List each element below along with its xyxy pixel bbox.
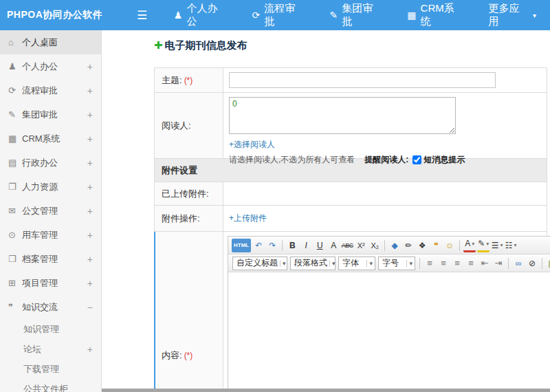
expand-icon[interactable]: + [87,206,93,217]
sidebar-sub-label: 知识管理 [23,323,59,336]
readers-textarea[interactable]: 0 [229,97,456,134]
expand-icon[interactable]: + [87,61,93,72]
sidebar-item-project-mgmt[interactable]: ⊞ 项目管理 + [0,271,101,295]
collapse-icon[interactable]: − [87,302,93,313]
paragraph-format-dropdown[interactable]: 段落格式 ▾ [290,257,336,270]
sidebar-sub-public-cabinet[interactable]: 公共文件柜 [0,379,101,392]
page-title: ✚ 电子期刊信息发布 [154,39,547,52]
nav-label: 个人办公 [186,2,224,28]
blockquote-button[interactable]: ❝ [430,239,442,252]
sidebar-sub-knowledge-mgmt[interactable]: 知识管理 [0,319,101,339]
sidebar-item-archive-mgmt[interactable]: ❒ 档案管理 + [0,247,101,271]
people-icon: ❐ [8,182,22,192]
select-readers-link[interactable]: +选择阅读人 [229,139,275,151]
sidebar-item-vehicle-mgmt[interactable]: ⊙ 用车管理 + [0,223,101,247]
indent-button[interactable]: ⇥ [492,257,505,270]
person-icon: ♟ [174,10,183,21]
chevron-down-icon: ▾ [280,260,286,267]
font-color-button[interactable]: A [463,239,476,252]
sidebar-item-knowledge-exchange[interactable]: ❞ 知识交流 − [0,295,101,319]
document-icon: ✉ [8,206,22,216]
align-left-button[interactable]: ≡ [424,257,436,270]
sidebar-sub-forum[interactable]: 论坛 + [0,339,101,359]
nav-group-approval[interactable]: ✎ 集团审批 [316,0,393,30]
expand-icon[interactable]: + [87,182,93,193]
nav-personal-office[interactable]: ♟ 个人办公 [160,0,239,30]
sidebar-item-hr[interactable]: ❐ 人力资源 + [0,175,101,199]
highlight-color-button[interactable]: ✎ [477,239,490,252]
sms-checkbox[interactable] [412,155,421,164]
subject-input[interactable] [229,72,496,88]
sidebar-item-crm[interactable]: ▦ CRM系统 + [0,127,101,151]
sidebar-item-label: 个人桌面 [22,36,58,49]
sidebar-item-label: 档案管理 [22,253,58,265]
undo-button[interactable]: ↶ [252,239,265,252]
bold-button[interactable]: B [286,239,298,252]
sidebar-item-document-mgmt[interactable]: ✉ 公文管理 + [0,199,101,223]
unlink-button[interactable]: ⊘ [526,257,538,270]
sidebar-item-admin-office[interactable]: ▤ 行政办公 + [0,151,101,175]
sidebar-sub-label: 公共文件柜 [23,383,68,392]
strikethrough-button[interactable]: ABC [341,239,353,252]
nav-workflow-approval[interactable]: ⟳ 流程审批 [239,0,316,30]
expand-icon[interactable]: + [87,157,93,168]
expand-icon[interactable]: + [87,254,93,265]
expand-icon[interactable]: + [87,344,93,355]
toolbar-separator [384,240,385,251]
emoticon-button[interactable]: ☺ [443,239,456,252]
sidebar-item-desktop[interactable]: ⌂ 个人桌面 [0,30,101,54]
sidebar-item-label: 集团审批 [22,109,58,121]
custom-heading-dropdown[interactable]: 自定义标题 ▾ [232,257,287,270]
sidebar-item-workflow-approval[interactable]: ⟳ 流程审批 + [0,78,101,102]
font-family-dropdown[interactable]: 字体 ▾ [338,257,375,270]
expand-icon[interactable]: + [87,133,93,144]
expand-icon[interactable]: + [87,109,93,120]
nav-more-apps[interactable]: 更多应用 ▾ [475,0,550,30]
toolbar-separator [282,240,283,251]
hamburger-menu-icon[interactable]: ☰ [131,8,153,23]
sidebar-sub-download-mgmt[interactable]: 下载管理 [0,359,101,379]
redo-button[interactable]: ↷ [266,239,278,252]
person-icon: ♟ [8,61,22,72]
format-painter-button[interactable]: ❖ [416,239,428,252]
expand-icon[interactable]: + [87,85,93,96]
nav-crm[interactable]: ▦ CRM系统 [393,0,474,30]
subscript-button[interactable]: X₂ [368,239,381,252]
numbered-list-button[interactable]: ☷ [505,239,517,252]
expand-icon[interactable]: + [87,230,93,241]
html-source-button[interactable]: HTML [232,239,251,252]
italic-button[interactable]: I [300,239,312,252]
app-logo: PHPOA协同办公软件 [0,9,131,21]
paintbrush-button[interactable]: ✏ [402,239,415,252]
chart-icon: ▦ [407,10,416,21]
bullet-list-button[interactable]: ☰ [491,239,503,252]
sidebar-sub-label: 论坛 [23,343,41,356]
editor-content-area[interactable] [228,272,550,392]
chevron-down-icon: ▾ [406,260,412,267]
eraser-button[interactable]: ◆ [388,239,401,252]
sidebar-item-group-approval[interactable]: ✎ 集团审批 + [0,102,101,127]
chat-icon: ❞ [8,302,22,312]
align-right-button[interactable]: ≡ [451,257,463,270]
image-button[interactable]: ▣ [546,257,550,270]
underline-button[interactable]: U [314,239,326,252]
align-justify-button[interactable]: ≡ [465,257,477,270]
align-center-button[interactable]: ≡ [437,257,450,270]
link-button[interactable]: ∞ [512,257,525,270]
expand-icon[interactable]: + [87,278,93,289]
main-content: ✚ 电子期刊信息发布 主题: (*) 阅读人: [102,30,550,392]
font-style-button[interactable]: A [327,239,340,252]
upload-attachment-link[interactable]: +上传附件 [229,213,267,224]
sidebar-item-personal-office[interactable]: ♟ 个人办公 + [0,54,101,78]
outdent-button[interactable]: ⇤ [478,257,491,270]
superscript-button[interactable]: X² [355,239,367,252]
editor-toolbar-row2: 自定义标题 ▾ 段落格式 ▾ 字体 ▾ [228,254,550,272]
attachment-ops-label: 附件操作: [155,206,223,231]
horizontal-scrollbar[interactable] [102,389,550,392]
sidebar: ⌂ 个人桌面 ♟ 个人办公 + ⟳ 流程审批 + ✎ 集团审批 + ▦ CRM [0,30,102,392]
chevron-down-icon: ▾ [366,260,373,267]
font-size-dropdown[interactable]: 字号 ▾ [378,257,415,270]
sms-label: 短消息提示 [424,154,465,166]
top-nav: ♟ 个人办公 ⟳ 流程审批 ✎ 集团审批 ▦ CRM系统 更多应用 ▾ [160,0,550,30]
page-title-text: 电子期刊信息发布 [165,39,248,52]
